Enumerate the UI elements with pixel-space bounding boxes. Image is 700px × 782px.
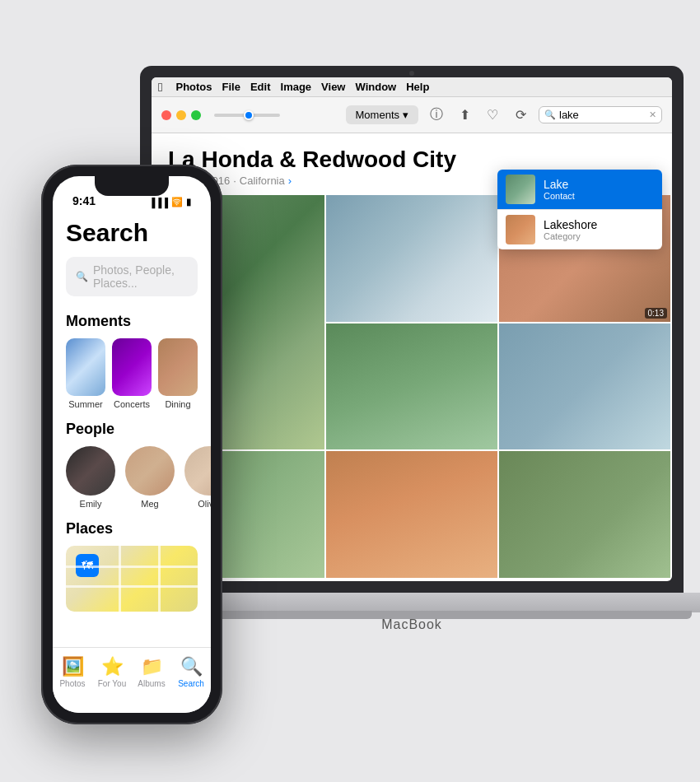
person-olivia[interactable]: Olivia (184, 446, 211, 509)
iphone-status-icons: ▐▐▐ 🛜 ▮ (149, 197, 191, 207)
person-emily[interactable]: Emily (66, 446, 115, 509)
lakeshore-result-sub: Category (544, 231, 654, 241)
places-map[interactable]: 🗺 (66, 546, 198, 612)
menu-window[interactable]: Window (355, 81, 396, 93)
menu-photos[interactable]: Photos (175, 81, 212, 93)
iphone-tabbar: 🖼️ Photos ⭐ For You 📁 Albums 🔍 Search (53, 647, 211, 713)
people-grid: Emily Meg Olivia (66, 446, 198, 509)
emily-label: Emily (66, 499, 115, 509)
tab-search[interactable]: 🔍 Search (171, 656, 211, 688)
person-meg[interactable]: Meg (125, 446, 175, 509)
search-result-lakeshore[interactable]: Lakeshore Category (497, 210, 662, 249)
photos-location: California (240, 175, 285, 187)
slider-thumb (244, 110, 254, 120)
summer-label: Summer (66, 399, 105, 409)
moments-section-title: Moments (66, 313, 198, 330)
search-tab-icon: 🔍 (180, 656, 203, 677)
olivia-label: Olivia (184, 499, 211, 509)
minimize-button[interactable] (176, 110, 186, 120)
meg-label: Meg (125, 499, 175, 509)
menu-image[interactable]: Image (281, 81, 312, 93)
iphone-screen: 9:41 ▐▐▐ 🛜 ▮ Search 🔍 Photos, People, Pl… (53, 176, 211, 713)
photo-cell[interactable] (326, 195, 497, 322)
moment-concerts[interactable]: Concerts (112, 338, 152, 409)
photos-tab-icon: 🖼️ (62, 656, 84, 677)
macbook-camera (409, 71, 414, 76)
mac-search-box[interactable]: 🔍 ✕ (539, 106, 662, 123)
iphone-search-bar[interactable]: 🔍 Photos, People, Places... (66, 257, 198, 296)
moments-segment[interactable]: Moments ▾ (346, 105, 418, 124)
photos-content: La Honda & Redwood City Jun 10, 2016 · C… (152, 133, 672, 581)
tab-albums[interactable]: 📁 Albums (132, 656, 171, 688)
tab-for-you[interactable]: ⭐ For You (92, 656, 132, 688)
dining-label: Dining (158, 399, 198, 409)
zoom-slider[interactable] (214, 114, 280, 117)
moments-grid: Summer Concerts Dining (66, 338, 198, 409)
tab-photos[interactable]: 🖼️ Photos (53, 656, 92, 688)
map-road (66, 585, 198, 588)
toolbar-icons: ⓘ ⬆ ♡ ⟳ (425, 104, 532, 127)
foryou-tab-icon: ⭐ (101, 656, 124, 677)
map-road (66, 566, 198, 568)
macbook-screen:  Photos File Edit Image View Window Hel… (152, 77, 672, 581)
mac-menubar:  Photos File Edit Image View Window Hel… (152, 77, 672, 97)
photos-grid: 0:13 (152, 193, 672, 581)
lake-result-text: Lake Contact (544, 178, 654, 201)
dining-thumbnail (158, 338, 198, 396)
search-title: Search (66, 219, 198, 247)
fullscreen-button[interactable] (191, 110, 201, 120)
summer-thumbnail (66, 338, 105, 396)
lake-thumbnail (506, 175, 535, 204)
places-section-title: Places (66, 520, 198, 538)
photo-cell[interactable] (326, 451, 497, 578)
chevron-down-icon: ▾ (403, 109, 408, 121)
video-duration: 0:13 (645, 308, 667, 319)
menu-help[interactable]: Help (406, 81, 429, 93)
concerts-thumbnail (112, 338, 152, 396)
menu-view[interactable]: View (321, 81, 345, 93)
lakeshore-result-text: Lakeshore Category (544, 218, 654, 241)
battery-icon: ▮ (186, 197, 191, 207)
toolbar-slider (214, 114, 339, 117)
apple-menu[interactable]:  (158, 80, 162, 94)
map-road (119, 546, 121, 612)
menu-file[interactable]: File (222, 81, 240, 93)
info-icon[interactable]: ⓘ (425, 104, 448, 127)
albums-tab-icon: 📁 (141, 656, 163, 677)
search-magnifier-icon: 🔍 (76, 271, 88, 282)
foryou-tab-label: For You (98, 679, 126, 688)
wifi-icon: 🛜 (171, 197, 183, 207)
traffic-lights (161, 110, 201, 120)
search-result-lake[interactable]: Lake Contact (497, 170, 662, 209)
concerts-label: Concerts (112, 399, 152, 409)
search-icon: 🔍 (544, 109, 556, 120)
search-tab-label: Search (178, 679, 204, 688)
photo-cell[interactable] (326, 324, 497, 450)
menu-edit[interactable]: Edit (250, 81, 271, 93)
heart-icon[interactable]: ♡ (481, 104, 504, 127)
rotate-icon[interactable]: ⟳ (509, 104, 532, 127)
moment-summer[interactable]: Summer (66, 338, 105, 409)
lakeshore-thumbnail (506, 215, 535, 244)
iphone-time: 9:41 (72, 194, 96, 207)
moment-dining[interactable]: Dining (158, 338, 198, 409)
photo-cell[interactable] (499, 451, 670, 578)
photos-tab-label: Photos (59, 679, 85, 688)
lake-result-name: Lake (544, 178, 654, 191)
map-road (158, 546, 161, 612)
lake-result-sub: Contact (544, 191, 654, 201)
photo-cell[interactable] (499, 324, 670, 450)
mac-toolbar: Moments ▾ ⓘ ⬆ ♡ ⟳ 🔍 ✕ (152, 97, 672, 133)
macbook-label: MacBook (381, 617, 442, 632)
emily-avatar (66, 446, 115, 496)
search-input[interactable] (559, 109, 646, 121)
share-icon[interactable]: ⬆ (453, 104, 476, 127)
iphone-notch (95, 176, 169, 196)
moments-label: Moments (356, 109, 399, 121)
people-section-title: People (66, 421, 198, 438)
iphone-search-content: Search 🔍 Photos, People, Places... Momen… (53, 212, 211, 621)
search-placeholder: Photos, People, Places... (93, 263, 188, 290)
search-dropdown: Lake Contact Lakeshore Category (497, 170, 662, 249)
close-button[interactable] (161, 110, 171, 120)
clear-search-icon[interactable]: ✕ (649, 109, 656, 120)
